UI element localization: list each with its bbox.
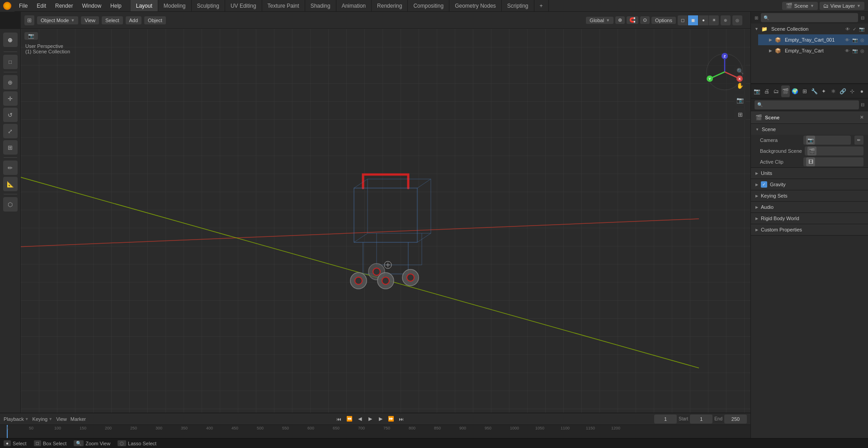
end-frame-input[interactable]: 250 — [724, 415, 747, 424]
gizmos-btn[interactable]: ⊕ — [721, 15, 731, 25]
prop-scene-tab[interactable]: 🎬 — [781, 85, 790, 97]
transform-orientations-btn[interactable]: ⊕ — [615, 16, 625, 24]
menu-file[interactable]: File — [14, 0, 32, 11]
proportional-edit-btn[interactable]: ⊙ — [640, 16, 650, 24]
view-layer-selector[interactable]: 🗂 View Layer ▼ — [820, 2, 864, 10]
workspace-shading[interactable]: Shading — [305, 0, 336, 11]
select-btn[interactable]: Select — [102, 16, 123, 24]
current-frame-input[interactable]: 1 — [654, 415, 677, 424]
start-frame-input[interactable]: 1 — [690, 415, 712, 424]
select-box-tool[interactable]: □ — [3, 55, 18, 69]
gravity-checkbox[interactable]: ✓ — [761, 181, 767, 188]
rigid-body-header[interactable]: ▶ Rigid Body World — [751, 213, 868, 224]
prop-object-tab[interactable]: ⊞ — [800, 85, 809, 97]
workspace-scripting[interactable]: Scripting — [502, 0, 534, 11]
menu-window[interactable]: Window — [77, 0, 106, 11]
camera-view-icon[interactable]: 📷 — [734, 94, 746, 106]
workspace-layout[interactable]: Layout — [131, 0, 158, 11]
marker-menu[interactable]: Marker — [71, 416, 86, 422]
workspace-uv-editing[interactable]: UV Editing — [225, 0, 262, 11]
timeline-row[interactable]: 1 50 100 150 200 250 300 350 400 450 500… — [0, 425, 750, 439]
viewport-icon-btn[interactable]: ⊞ — [24, 15, 34, 25]
workspace-animation[interactable]: Animation — [336, 0, 372, 11]
jump-end-btn[interactable]: ⏭ — [397, 415, 406, 424]
menu-help[interactable]: Help — [106, 0, 126, 11]
item-render-icon-2[interactable]: ◎ — [860, 48, 864, 53]
prop-search-close[interactable]: ⊟ — [861, 102, 864, 107]
object-mode-btn[interactable]: Object Mode ▼ — [37, 16, 78, 24]
outliner-options-icon[interactable]: ⊟ — [861, 15, 864, 20]
measure-tool[interactable]: 📐 — [3, 177, 18, 191]
item-eye-icon-1[interactable]: 👁 — [845, 38, 849, 42]
solid-shading-btn[interactable]: ◼ — [688, 15, 698, 25]
workspace-sculpting[interactable]: Sculpting — [192, 0, 225, 11]
prop-close-btn[interactable]: ✕ — [860, 115, 863, 120]
transform-tool[interactable]: ⊞ — [3, 140, 18, 155]
item-camera-icon-1[interactable]: 📷 — [852, 38, 858, 42]
scene-selector[interactable]: 🎬 Scene ▼ — [782, 2, 818, 10]
workspace-texture-paint[interactable]: Texture Paint — [262, 0, 305, 11]
prop-constraints-tab[interactable]: 🔗 — [839, 85, 847, 97]
cursor-tool[interactable]: ⊕ — [3, 75, 18, 90]
keying-menu[interactable]: Keying ▼ — [33, 416, 53, 422]
scene-section-header[interactable]: ▼ Scene — [751, 124, 868, 135]
item-render-icon-1[interactable]: ◎ — [860, 38, 864, 42]
custom-props-header[interactable]: ▶ Custom Properties — [751, 224, 868, 235]
prop-physics-tab[interactable]: ⚛ — [829, 85, 838, 97]
options-btn[interactable]: Options — [651, 17, 676, 24]
workspace-add[interactable]: + — [534, 0, 549, 11]
global-transform-btn[interactable]: Global ▼ — [586, 17, 613, 24]
object-btn[interactable]: Object — [144, 16, 166, 24]
prop-search-input[interactable]: 🔍 — [755, 100, 859, 109]
item-eye-icon-2[interactable]: 👁 — [845, 48, 849, 53]
audio-section-header[interactable]: ▶ Audio — [751, 202, 868, 212]
prop-modifier-tab[interactable]: 🔧 — [810, 85, 818, 97]
prop-render-tab[interactable]: 📷 — [753, 85, 761, 97]
prop-particles-tab[interactable]: ✦ — [820, 85, 828, 97]
timeline-view-menu[interactable]: View — [56, 416, 67, 422]
orthographic-icon[interactable]: ⊞ — [734, 108, 746, 120]
move-tool[interactable]: ✛ — [3, 91, 18, 106]
prop-output-tab[interactable]: 🖨 — [762, 85, 771, 97]
background-scene-value[interactable]: 🎬 — [805, 146, 863, 156]
outliner-item-cart-001[interactable]: ▶ 📦 Empty_Tray_Cart_001 👁 📷 ◎ — [758, 34, 868, 45]
outliner-filter-icon[interactable]: ⊞ — [755, 15, 758, 20]
play-btn[interactable]: ▶ — [366, 415, 375, 424]
prop-view-layer-tab[interactable]: 🗂 — [772, 85, 780, 97]
active-tool-icon[interactable]: ⊕ — [3, 33, 18, 47]
workspace-modeling[interactable]: Modeling — [158, 0, 192, 11]
overlays-btn[interactable]: ◎ — [732, 15, 742, 25]
playback-menu[interactable]: Playback ▼ — [4, 416, 29, 422]
active-clip-value[interactable]: 🎞 — [803, 157, 863, 166]
viewport-3d[interactable]: 📷 User Perspective (1) Scene Collection — [21, 29, 750, 413]
outliner-item-cart[interactable]: ▶ 📦 Empty_Tray_Cart 👁 📷 ◎ — [751, 45, 868, 56]
prop-world-tab[interactable]: 🌍 — [791, 85, 799, 97]
jump-forward-btn[interactable]: ⏩ — [387, 415, 396, 424]
jump-back-btn[interactable]: ⏪ — [345, 415, 354, 424]
axis-gizmo[interactable]: Z X Y — [704, 52, 745, 92]
prop-data-tab[interactable]: ⊹ — [848, 85, 857, 97]
camera-value[interactable]: 📷 — [803, 136, 851, 145]
gravity-section-header[interactable]: ▶ ✓ Gravity — [751, 179, 868, 190]
collection-select-icon[interactable]: ✓ — [853, 27, 856, 32]
snap-btn[interactable]: 🧲 — [627, 16, 638, 24]
workspace-geometry-nodes[interactable]: Geometry Nodes — [449, 0, 502, 11]
collection-eye-icon[interactable]: 👁 — [845, 27, 850, 32]
workspace-rendering[interactable]: Rendering — [372, 0, 408, 11]
add-primitive-tool[interactable]: ⬡ — [3, 197, 18, 212]
units-section-header[interactable]: ▶ Units — [751, 168, 868, 179]
item-camera-icon-2[interactable]: 📷 — [852, 48, 858, 53]
menu-edit[interactable]: Edit — [32, 0, 51, 11]
keying-sets-header[interactable]: ▶ Keying Sets — [751, 190, 868, 201]
prev-frame-btn[interactable]: ◀ — [355, 415, 364, 424]
annotate-tool[interactable]: ✏ — [3, 160, 18, 175]
add-btn[interactable]: Add — [126, 16, 142, 24]
scale-tool[interactable]: ⤢ — [3, 124, 18, 138]
outliner-scene-collection[interactable]: ▼ 📁 Scene Collection 👁 ✓ 📷 — [751, 24, 868, 34]
prop-material-tab[interactable]: ● — [858, 85, 866, 97]
viewport-camera-type-btn[interactable]: 📷 — [24, 32, 38, 40]
outliner-search[interactable]: 🔍 — [761, 13, 858, 22]
next-frame-btn[interactable]: ▶ — [376, 415, 385, 424]
collection-render-icon[interactable]: 📷 — [859, 27, 864, 32]
menu-render[interactable]: Render — [51, 0, 77, 11]
